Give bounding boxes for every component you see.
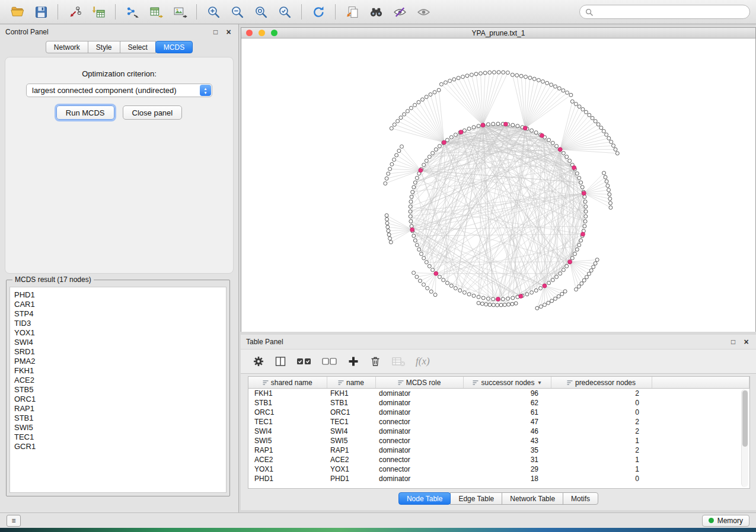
- table-cell[interactable]: TEC1: [327, 417, 375, 427]
- search-box[interactable]: [579, 5, 750, 19]
- mcds-result-item[interactable]: SWI4: [14, 338, 222, 347]
- table-cell[interactable]: FKH1: [327, 389, 375, 399]
- float-table-panel-icon[interactable]: □: [729, 338, 738, 347]
- table-row[interactable]: FKH1FKH1dominator962: [248, 389, 749, 399]
- optimization-criterion-dropdown[interactable]: largest connected component (undirected)…: [26, 84, 212, 97]
- search-input[interactable]: [596, 7, 744, 17]
- table-cell[interactable]: dominator: [375, 398, 463, 408]
- zoom-selected-button[interactable]: [273, 2, 296, 21]
- table-cell[interactable]: dominator: [375, 389, 463, 399]
- table-cell[interactable]: YOX1: [248, 464, 327, 474]
- table-cell[interactable]: 0: [551, 408, 652, 417]
- mcds-result-list[interactable]: PHD1CAR1STP4TID3YOX1SWI4SRD1PMA2FKH1ACE2…: [9, 287, 227, 493]
- duplicate-network-button[interactable]: [341, 2, 363, 21]
- table-cell[interactable]: connector: [375, 436, 463, 446]
- zoom-fit-button[interactable]: [250, 2, 272, 21]
- table-cell[interactable]: ACE2: [248, 455, 327, 464]
- mcds-result-item[interactable]: TEC1: [14, 432, 222, 442]
- mcds-result-item[interactable]: SRD1: [14, 347, 222, 357]
- mcds-result-item[interactable]: ACE2: [14, 376, 222, 385]
- table-row[interactable]: STB1STB1dominator620: [248, 398, 749, 408]
- network-canvas[interactable]: [241, 39, 755, 332]
- mcds-result-item[interactable]: STP4: [14, 309, 222, 319]
- table-cell[interactable]: RAP1: [248, 446, 327, 455]
- hide-unselected-button[interactable]: [388, 2, 411, 21]
- float-panel-icon[interactable]: □: [211, 28, 220, 37]
- table-cell[interactable]: ACE2: [327, 455, 375, 464]
- sort-icon[interactable]: [338, 380, 344, 386]
- select-all-icon[interactable]: [296, 355, 312, 368]
- table-tab-node-table[interactable]: Node Table: [398, 492, 451, 505]
- table-scrollbar[interactable]: [741, 389, 748, 487]
- table-row[interactable]: ORC1ORC1dominator610: [248, 408, 749, 417]
- mcds-result-item[interactable]: FKH1: [14, 366, 222, 376]
- zoom-out-button[interactable]: [226, 2, 248, 21]
- mcds-result-item[interactable]: YOX1: [14, 328, 222, 338]
- table-cell[interactable]: dominator: [375, 427, 463, 436]
- mcds-result-item[interactable]: STB1: [14, 414, 222, 423]
- sort-icon[interactable]: [398, 380, 404, 386]
- column-header-successor-nodes[interactable]: successor nodes▾: [463, 377, 551, 389]
- tab-mcds[interactable]: MCDS: [155, 41, 193, 53]
- table-cell[interactable]: 2: [551, 446, 652, 455]
- table-cell[interactable]: 61: [463, 408, 551, 417]
- table-row[interactable]: SWI4SWI4dominator462: [248, 427, 749, 436]
- delete-row-icon[interactable]: [369, 355, 381, 368]
- table-cell[interactable]: 2: [551, 417, 652, 427]
- table-cell[interactable]: SWI5: [248, 436, 327, 446]
- table-cell[interactable]: SWI4: [248, 427, 327, 436]
- mcds-result-item[interactable]: SWI5: [14, 423, 222, 432]
- sort-caret-icon[interactable]: ▾: [538, 379, 541, 386]
- table-cell[interactable]: SWI4: [327, 427, 375, 436]
- table-row[interactable]: ACE2ACE2connector311: [248, 455, 749, 464]
- table-cell[interactable]: 35: [463, 446, 551, 455]
- sort-icon[interactable]: [473, 380, 479, 386]
- refresh-button[interactable]: [307, 2, 330, 21]
- tab-style[interactable]: Style: [88, 41, 120, 53]
- table-cell[interactable]: STB1: [327, 398, 375, 408]
- table-cell[interactable]: RAP1: [327, 446, 375, 455]
- table-tab-motifs[interactable]: Motifs: [563, 492, 598, 505]
- maximize-window-icon[interactable]: [271, 30, 277, 36]
- table-cell[interactable]: dominator: [375, 446, 463, 455]
- mcds-result-item[interactable]: PHD1: [14, 290, 222, 300]
- show-all-button[interactable]: [412, 2, 435, 21]
- export-network-button[interactable]: [121, 2, 143, 21]
- zoom-in-button[interactable]: [202, 2, 225, 21]
- table-cell[interactable]: 96: [463, 389, 551, 399]
- mcds-result-item[interactable]: ORC1: [14, 395, 222, 404]
- close-panel-button[interactable]: Close panel: [123, 105, 183, 120]
- column-header-predecessor-nodes[interactable]: predecessor nodes: [551, 377, 652, 389]
- import-table-button[interactable]: [87, 2, 110, 21]
- table-row[interactable]: TEC1TEC1connector472: [248, 417, 749, 427]
- table-cell[interactable]: connector: [375, 464, 463, 474]
- table-cell[interactable]: 47: [463, 417, 551, 427]
- table-cell[interactable]: 31: [463, 455, 551, 464]
- table-cell[interactable]: SWI5: [327, 436, 375, 446]
- minimize-window-icon[interactable]: [259, 30, 265, 36]
- tab-select[interactable]: Select: [120, 41, 156, 53]
- table-cell[interactable]: FKH1: [248, 389, 327, 399]
- export-image-button[interactable]: [168, 2, 191, 21]
- first-neighbors-button[interactable]: [365, 2, 387, 21]
- table-tab-network-table[interactable]: Network Table: [502, 492, 563, 505]
- table-cell[interactable]: dominator: [375, 408, 463, 417]
- table-cell[interactable]: 0: [551, 398, 652, 408]
- table-cell[interactable]: connector: [375, 455, 463, 464]
- deselect-all-icon[interactable]: [322, 355, 337, 368]
- save-session-button[interactable]: [30, 2, 52, 21]
- column-header-MCDS-role[interactable]: MCDS role: [375, 377, 463, 389]
- column-header-name[interactable]: name: [327, 377, 375, 389]
- table-row[interactable]: YOX1YOX1connector291: [248, 464, 749, 474]
- table-cell[interactable]: 43: [463, 436, 551, 446]
- import-network-button[interactable]: [63, 2, 86, 21]
- table-cell[interactable]: 18: [463, 474, 551, 483]
- table-cell[interactable]: ORC1: [327, 408, 375, 417]
- mcds-result-item[interactable]: PMA2: [14, 357, 222, 366]
- settings-gear-icon[interactable]: [253, 355, 264, 368]
- table-cell[interactable]: PHD1: [248, 474, 327, 483]
- table-cell[interactable]: 29: [463, 464, 551, 474]
- column-header-shared-name[interactable]: shared name: [248, 377, 327, 389]
- table-cell[interactable]: 1: [551, 464, 652, 474]
- table-cell[interactable]: 2: [551, 389, 652, 399]
